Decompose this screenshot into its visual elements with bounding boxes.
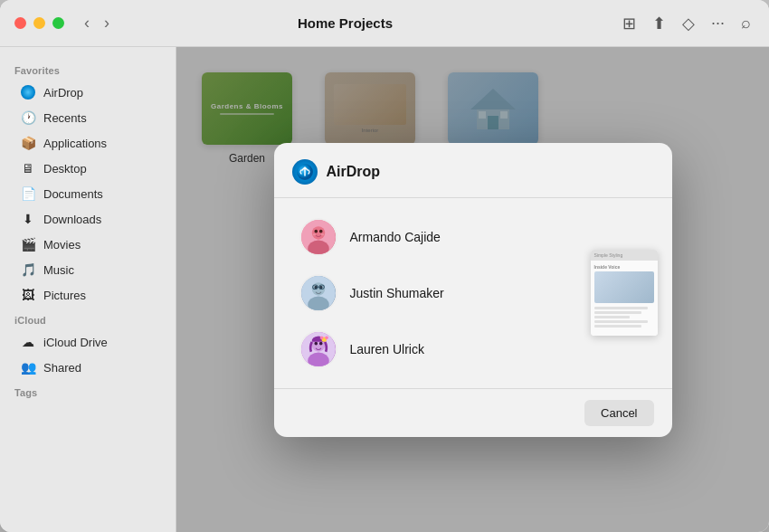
sidebar-item-shared-label: Shared (43, 361, 81, 375)
svg-point-15 (308, 296, 329, 311)
sidebar-item-pictures[interactable]: 🖼 Pictures (5, 282, 170, 308)
dialog-airdrop-icon (292, 159, 318, 185)
sidebar-item-icloud-drive[interactable]: ☁ iCloud Drive (5, 329, 170, 355)
movies-icon: 🎬 (20, 236, 36, 252)
dialog-header: AirDrop (274, 143, 672, 198)
sidebar-item-desktop[interactable]: 🖥 Desktop (5, 156, 170, 181)
dialog-title: AirDrop (327, 164, 381, 180)
back-button[interactable]: ‹ (79, 12, 95, 34)
contacts-list: Armando Cajide (274, 205, 576, 381)
titlebar: ‹ › Home Projects ⊞ ⬆ ◇ ··· ⌕ (0, 0, 769, 47)
sidebar-item-desktop-label: Desktop (43, 162, 87, 176)
dialog-overlay: AirDrop (176, 47, 769, 532)
sidebar-item-applications[interactable]: 📦 Applications (5, 130, 170, 156)
applications-icon: 📦 (20, 135, 36, 151)
content-area: Gardens & Blooms Garden Interior (176, 47, 769, 532)
dialog-footer: Cancel (274, 388, 672, 437)
avatar-armando (299, 218, 337, 256)
contact-item-lauren[interactable]: Lauren Ulrick (281, 321, 569, 377)
svg-point-28 (325, 336, 328, 339)
contact-name-justin: Justin Shumaker (350, 286, 444, 300)
music-icon: 🎵 (20, 261, 36, 278)
preview-image (594, 271, 654, 303)
contact-item-justin[interactable]: Justin Shumaker (281, 265, 569, 321)
toolbar-icons: ⊞ ⬆ ◇ ··· ⌕ (619, 10, 755, 37)
svg-point-27 (319, 336, 323, 339)
desktop-icon: 🖥 (20, 160, 36, 176)
documents-icon: 📄 (20, 185, 36, 202)
preview-line-5 (594, 325, 642, 328)
window-title: Home Projects (126, 15, 565, 31)
recents-icon: 🕐 (20, 109, 36, 126)
favorites-label: Favorites (0, 58, 176, 80)
traffic-lights (14, 17, 64, 29)
preview-line-1 (594, 307, 648, 309)
sidebar-item-shared[interactable]: 👥 Shared (5, 355, 170, 380)
sidebar-item-movies-label: Movies (43, 238, 81, 252)
main-area: Favorites AirDrop 🕐 Recents 📦 Applicatio… (0, 47, 769, 532)
downloads-icon: ⬇ (20, 211, 36, 227)
preview-line-2 (594, 311, 642, 314)
preview-header: Simple Styling (591, 250, 658, 261)
svg-point-7 (311, 226, 324, 239)
sidebar-item-recents[interactable]: 🕐 Recents (5, 105, 170, 130)
sidebar-item-downloads[interactable]: ⬇ Downloads (5, 206, 170, 232)
svg-point-9 (314, 229, 318, 233)
search-icon[interactable]: ⌕ (737, 10, 755, 36)
icloud-label: iCloud (0, 308, 176, 329)
share-icon[interactable]: ⬆ (649, 10, 669, 37)
sidebar-item-icloud-label: iCloud Drive (43, 336, 108, 349)
airdrop-icon (20, 84, 36, 100)
cancel-button[interactable]: Cancel (584, 400, 653, 426)
tags-label: Tags (0, 380, 176, 402)
sidebar-item-documents-label: Documents (43, 187, 103, 201)
fullscreen-button[interactable] (52, 17, 64, 29)
finder-window: ‹ › Home Projects ⊞ ⬆ ◇ ··· ⌕ Favorites … (0, 0, 769, 532)
preview-thumbnail: Simple Styling Inside Voice (591, 250, 658, 336)
preview-line-4 (594, 320, 648, 323)
contact-name-armando: Armando Cajide (350, 230, 441, 244)
avatar-lauren (299, 330, 337, 368)
svg-point-23 (308, 352, 329, 367)
svg-point-11 (312, 233, 316, 235)
pictures-icon: 🖼 (20, 287, 36, 303)
nav-buttons: ‹ › (79, 12, 115, 34)
view-icon[interactable]: ⊞ (619, 10, 640, 37)
svg-point-8 (308, 240, 329, 255)
sidebar-item-music-label: Music (43, 263, 74, 277)
tag-icon[interactable]: ◇ (679, 10, 698, 37)
preview-line-3 (594, 316, 631, 318)
close-button[interactable] (14, 17, 26, 29)
icloud-drive-icon: ☁ (20, 334, 36, 350)
sidebar-item-movies[interactable]: 🎬 Movies (5, 232, 170, 257)
svg-point-12 (320, 233, 324, 235)
dialog-body: Armando Cajide (274, 198, 672, 388)
preview-content: Inside Voice (591, 261, 658, 336)
avatar-justin (299, 274, 337, 312)
sidebar-item-downloads-label: Downloads (43, 213, 101, 226)
svg-point-24 (314, 341, 318, 345)
minimize-button[interactable] (33, 17, 45, 29)
sidebar-item-music[interactable]: 🎵 Music (5, 257, 170, 282)
file-preview: Simple Styling Inside Voice (591, 205, 672, 381)
sidebar-item-documents[interactable]: 📄 Documents (5, 181, 170, 206)
sidebar-item-applications-label: Applications (43, 137, 107, 150)
forward-button[interactable]: › (99, 12, 115, 34)
sidebar: Favorites AirDrop 🕐 Recents 📦 Applicatio… (0, 47, 176, 532)
sidebar-item-pictures-label: Pictures (43, 289, 86, 302)
contact-name-lauren: Lauren Ulrick (350, 342, 424, 356)
more-icon[interactable]: ··· (707, 10, 728, 36)
airdrop-dialog: AirDrop (274, 143, 672, 437)
sidebar-item-airdrop-label: AirDrop (43, 86, 83, 100)
contact-item-armando[interactable]: Armando Cajide (281, 209, 569, 265)
svg-point-10 (318, 229, 322, 233)
sidebar-item-airdrop[interactable]: AirDrop (5, 80, 170, 105)
shared-icon: 👥 (20, 359, 36, 375)
svg-point-25 (318, 341, 322, 345)
sidebar-item-recents-label: Recents (43, 111, 87, 125)
